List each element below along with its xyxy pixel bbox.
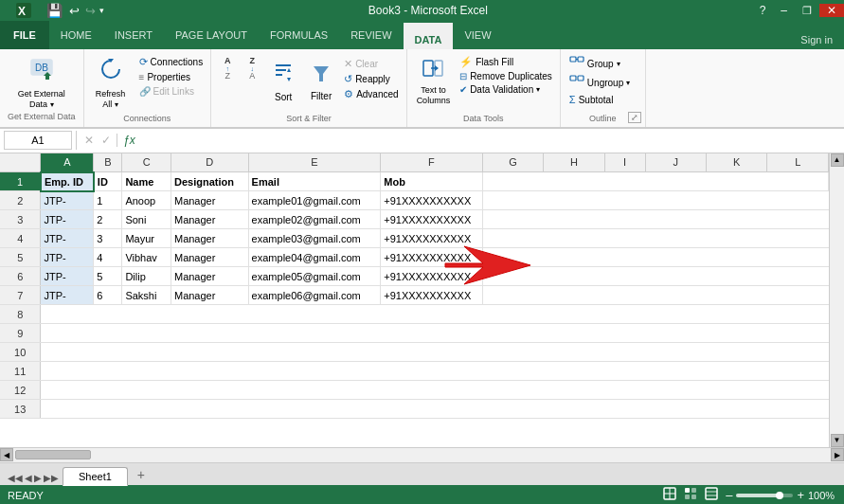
sheet-tab-nav-left[interactable]: ◀◀ ◀ ▶ ▶▶ (4, 473, 63, 485)
confirm-formula-button[interactable]: ✓ (98, 134, 115, 147)
col-header-h[interactable]: H (544, 153, 604, 172)
vertical-scrollbar[interactable]: ▲ ▼ (829, 153, 844, 447)
col-header-k[interactable]: K (707, 153, 767, 172)
undo-qat-button[interactable]: ↩ (67, 3, 81, 19)
cancel-formula-button[interactable]: ✕ (81, 134, 98, 147)
row-header-10[interactable]: 10 (0, 343, 41, 362)
minimize-button[interactable]: – (773, 4, 795, 17)
ungroup-button[interactable]: Ungroup ▾ (566, 74, 633, 91)
table-row: 7 JTP- 6 Sakshi Manager example06@gmail.… (0, 286, 829, 305)
outline-expand-icon[interactable]: ⤢ (628, 112, 641, 123)
tab-page-layout[interactable]: PAGE LAYOUT (164, 21, 259, 49)
filter-button[interactable]: Filter (304, 51, 338, 110)
help-button[interactable]: ? (752, 4, 774, 17)
row-header-11[interactable]: 11 (0, 362, 41, 381)
connections-button[interactable]: ⟳ Connections (137, 55, 206, 69)
properties-button[interactable]: ≡ Properties (137, 71, 206, 83)
advanced-filter-button[interactable]: ⚙ Advanced (342, 87, 400, 101)
col-header-e[interactable]: E (248, 153, 381, 172)
remove-duplicates-button[interactable]: ⊟ Remove Duplicates (458, 70, 554, 82)
cell-c1[interactable]: Name (122, 172, 171, 191)
col-header-c[interactable]: C (122, 153, 171, 172)
svg-marker-10 (314, 66, 329, 81)
table-row: 4 JTP- 3 Mayur Manager example03@gmail.c… (0, 229, 829, 248)
table-row: 5 JTP- 4 Vibhav Manager example04@gmail.… (0, 248, 829, 267)
tab-data[interactable]: DATA (404, 21, 454, 49)
row-header-12[interactable]: 12 (0, 381, 41, 400)
tab-file[interactable]: FILE (0, 21, 49, 49)
redo-qat-button[interactable]: ↪ (83, 3, 98, 19)
col-header-d[interactable]: D (171, 153, 248, 172)
data-validation-button[interactable]: ✔ Data Validation ▾ (458, 83, 554, 96)
row-header-1[interactable]: 1 (0, 172, 41, 191)
sheet-tab-sheet1[interactable]: Sheet1 (63, 467, 128, 486)
col-header-i[interactable]: I (604, 153, 645, 172)
tab-view[interactable]: VIEW (453, 21, 502, 49)
reapply-button[interactable]: ↺ Reapply (342, 72, 400, 86)
fx-button[interactable]: ƒx (117, 134, 141, 147)
col-header-g[interactable]: G (482, 153, 543, 172)
col-header-a[interactable]: A (41, 153, 94, 172)
page-layout-view-button[interactable] (663, 487, 676, 503)
get-external-data-button[interactable]: DB Get ExternalData ▾ (13, 53, 70, 112)
formula-input[interactable] (141, 131, 840, 150)
zoom-out-button[interactable]: – (726, 488, 732, 502)
sign-in-button[interactable]: Sign in (789, 30, 844, 49)
tab-home[interactable]: HOME (49, 21, 103, 49)
outline-group: Group ▾ Ungroup ▾ Σ S (561, 49, 646, 127)
row-header-7[interactable]: 7 (0, 286, 41, 305)
cell-b1[interactable]: ID (94, 172, 122, 191)
edit-links-button[interactable]: 🔗 Edit Links (137, 85, 206, 98)
zoom-in-button[interactable]: + (797, 488, 804, 502)
row-header-9[interactable]: 9 (0, 324, 41, 343)
sort-label: Sort (275, 92, 292, 102)
window-title: Book3 - Microsoft Excel (104, 4, 752, 17)
cell-d1[interactable]: Designation (171, 172, 248, 191)
sort-za-button[interactable]: Z ↓ A (242, 55, 262, 82)
data-tools-group-title: Data Tools (413, 114, 554, 125)
normal-view-button[interactable] (684, 487, 697, 503)
tab-insert[interactable]: INSERT (103, 21, 164, 49)
cell-a1[interactable]: Emp. ID (41, 172, 94, 191)
sort-button[interactable]: Sort (266, 51, 300, 110)
properties-icon: ≡ (139, 72, 145, 82)
restore-button[interactable]: ❐ (795, 5, 819, 17)
svg-rect-29 (706, 488, 717, 499)
cell-e1[interactable]: Email (248, 172, 381, 191)
save-qat-button[interactable]: 💾 (44, 2, 65, 19)
row-header-8[interactable]: 8 (0, 305, 41, 324)
outline-group-title: Outline ⤢ (566, 114, 639, 125)
connections-group-title: Connections (90, 114, 206, 125)
row-header-2[interactable]: 2 (0, 191, 41, 210)
row-header-13[interactable]: 13 (0, 400, 41, 419)
horizontal-scrollbar[interactable]: ◀ ▶ (0, 447, 844, 462)
svg-rect-25 (685, 488, 690, 493)
sort-az-button[interactable]: A ↑ Z (217, 55, 238, 83)
col-header-f[interactable]: F (381, 153, 482, 172)
zoom-slider-area[interactable]: – + 100% (726, 488, 836, 502)
row-header-5[interactable]: 5 (0, 248, 41, 267)
subtotal-button[interactable]: Σ Subtotal (566, 93, 633, 106)
data-tools-group: Text toColumns ⚡ Flash Fill ⊟ Remove Dup… (407, 49, 561, 127)
col-header-j[interactable]: J (645, 153, 706, 172)
text-to-columns-button[interactable]: Text toColumns (413, 51, 455, 110)
group-button[interactable]: Group ▾ (566, 55, 633, 72)
add-sheet-button[interactable]: + (132, 466, 151, 483)
tab-formulas[interactable]: FORMULAS (259, 21, 339, 49)
row-header-6[interactable]: 6 (0, 267, 41, 286)
ungroup-icon (569, 75, 584, 90)
flash-fill-button[interactable]: ⚡ Flash Fill (458, 55, 554, 69)
reapply-icon: ↺ (344, 73, 352, 85)
row-header-3[interactable]: 3 (0, 210, 41, 229)
row-header-4[interactable]: 4 (0, 229, 41, 248)
col-header-l[interactable]: L (767, 153, 829, 172)
tab-review[interactable]: REVIEW (339, 21, 403, 49)
close-button[interactable]: ✕ (819, 4, 844, 17)
svg-rect-27 (685, 495, 690, 499)
name-box[interactable] (4, 131, 72, 150)
clear-button[interactable]: ✕ Clear (342, 57, 400, 71)
refresh-all-button[interactable]: RefreshAll ▾ (90, 51, 132, 112)
col-header-b[interactable]: B (94, 153, 122, 172)
page-break-view-button[interactable] (705, 487, 718, 503)
cell-f1[interactable]: Mob (381, 172, 482, 191)
